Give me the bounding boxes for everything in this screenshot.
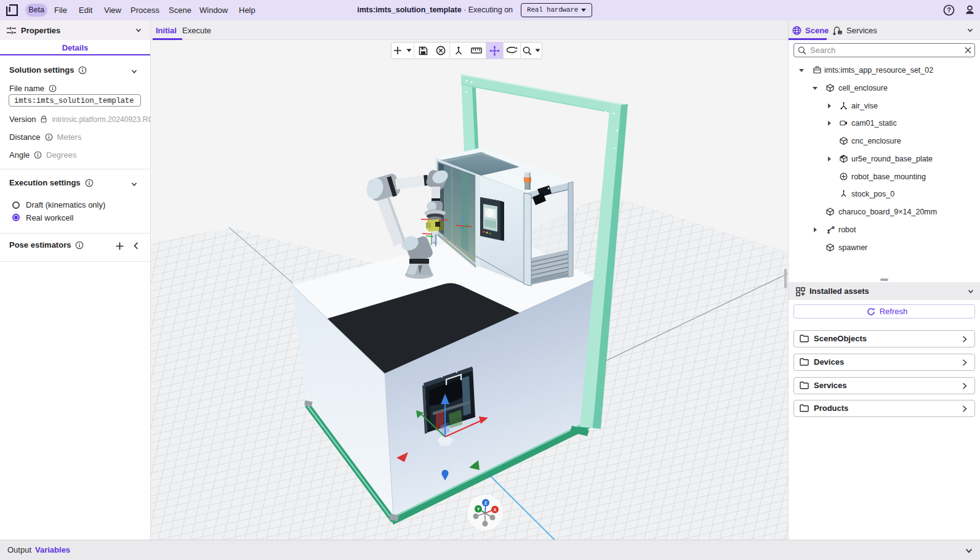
svg-text:Y: Y (476, 506, 480, 512)
svg-text:Z: Z (484, 500, 488, 506)
svg-text:X: X (493, 507, 496, 513)
svg-text:?: ? (947, 6, 951, 14)
